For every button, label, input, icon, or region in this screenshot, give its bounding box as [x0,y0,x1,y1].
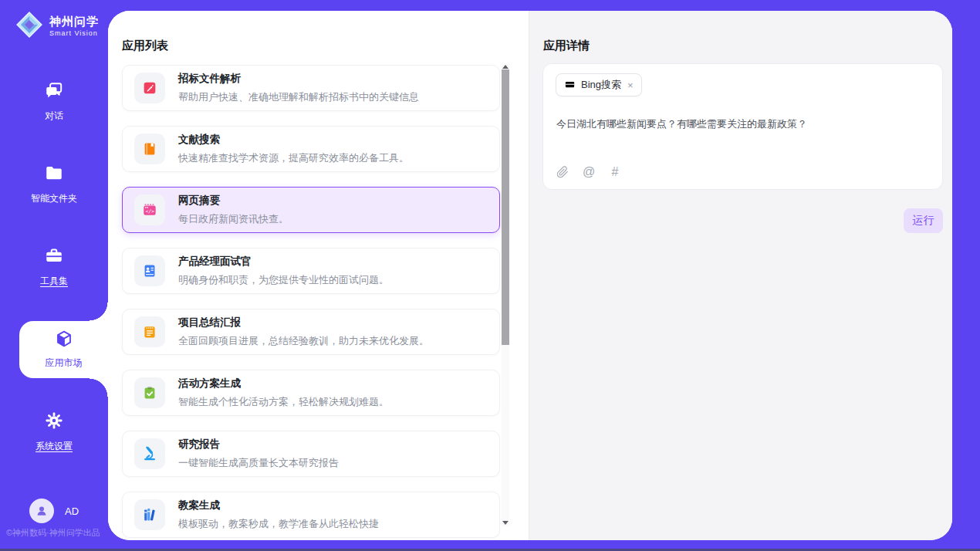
list-item[interactable]: 项目总结汇报 全面回顾项目进展，总结经验教训，助力未来优化发展。 [122,309,500,355]
sidebar-item-label: 应用市场 [46,357,83,370]
app-detail-title: 应用详情 [543,39,590,53]
gear-icon [44,411,64,433]
scrollbar[interactable] [502,63,509,526]
chat-icon [44,80,64,103]
app-list-title: 应用列表 [122,39,168,53]
copyright-text: ©神州数码·神州问学出品 [6,527,100,539]
app-card-list: 招标文件解析 帮助用户快速、准确地理解和解析招标书中的关键信息 文献搜索 快速精… [122,65,500,540]
list-item[interactable]: 教案生成 模板驱动，教案秒成，教学准备从此轻松快捷 [122,492,500,538]
app-desc: 智能生成个性化活动方案，轻松解决规划难题。 [178,395,389,409]
app-desc: 全面回顾项目进展，总结经验教训，助力未来优化发展。 [178,334,429,348]
folder-icon [44,163,64,185]
scrollbar-up-icon[interactable] [502,65,509,69]
at-icon[interactable]: @ [582,165,596,179]
microscope-icon [134,438,165,469]
list-item[interactable]: 文献搜索 快速精准查找学术资源，提高研究效率的必备工具。 [122,126,500,172]
briefcase-icon [564,78,576,93]
list-item[interactable]: 产品经理面试官 明确身份和职责，为您提供专业性的面试问题。 [122,248,500,294]
list-item[interactable]: 招标文件解析 帮助用户快速、准确地理解和解析招标书中的关键信息 [122,65,500,111]
sidebar-item-3[interactable]: 应用市场 [19,321,108,378]
run-button[interactable]: 运行 [904,208,943,233]
briefcase-icon [44,245,64,268]
books-icon [134,499,165,530]
user-initials: AD [65,505,79,517]
tool-tag[interactable]: Bing搜索 × [556,73,642,96]
scrollbar-down-icon[interactable] [502,521,509,525]
sidebar-item-0[interactable]: 对话 [44,80,64,123]
brand-name: 神州问学 [49,15,99,27]
brand-logo: 神州问学 Smart Vision [15,11,99,42]
sidebar-item-4[interactable]: 系统设置 [35,411,73,453]
diamond-logo-icon [15,11,43,42]
tool-tag-label: Bing搜索 [581,78,621,92]
sidebar-item-label: 工具集 [40,275,68,288]
app-desc: 一键智能生成高质量长文本研究报告 [178,456,339,470]
resume-icon [134,255,165,286]
paperclip-icon[interactable] [556,165,569,179]
brand-subtitle: Smart Vision [49,30,99,37]
app-title: 活动方案生成 [178,377,389,390]
app-title: 项目总结汇报 [178,316,429,330]
app-title: 招标文件解析 [178,72,419,86]
user-account[interactable]: AD [29,499,79,523]
app-title: 文献搜索 [178,133,409,147]
svg-text:</>: </> [145,208,154,215]
list-item[interactable]: 研究报告 一键智能生成高质量长文本研究报告 [122,431,500,477]
app-desc: 明确身份和职责，为您提供专业性的面试问题。 [178,273,389,287]
app-desc: 快速精准查找学术资源，提高研究效率的必备工具。 [178,151,409,165]
sidebar-item-2[interactable]: 工具集 [40,245,68,288]
sidebar-item-label: 系统设置 [35,440,73,453]
book-icon [134,134,165,164]
app-detail-panel: 应用详情 Bing搜索 × 今日湖北有哪些新闻要点？有哪些需要关注的最新政策？ … [529,11,952,540]
scrollbar-thumb[interactable] [502,69,509,345]
app-desc: 每日政府新闻资讯快查。 [178,212,289,226]
sidebar: 神州问学 Smart Vision 对话智能文件夹工具集应用市场系统设置 AD … [0,0,108,551]
avatar [29,499,54,523]
sidebar-nav: 对话智能文件夹工具集应用市场系统设置 [0,60,108,473]
app-list-panel: 应用列表 招标文件解析 帮助用户快速、准确地理解和解析招标书中的关键信息 文献搜… [108,11,529,540]
query-input[interactable]: 今日湖北有哪些新闻要点？有哪些需要关注的最新政策？ [556,117,930,132]
doc-edit-icon [134,73,165,103]
query-card: Bing搜索 × 今日湖北有哪些新闻要点？有哪些需要关注的最新政策？ @# [542,63,943,190]
app-title: 网页摘要 [178,194,289,208]
app-title: 教案生成 [178,499,379,512]
notepad-icon [134,316,165,347]
app-desc: 帮助用户快速、准确地理解和解析招标书中的关键信息 [178,90,419,104]
clipboard-check-icon [134,377,165,408]
sidebar-item-label: 对话 [45,110,63,123]
browser-code-icon: </> [134,194,165,225]
sidebar-item-label: 智能文件夹 [31,192,77,205]
app-desc: 模板驱动，教案秒成，教学准备从此轻松快捷 [178,517,379,531]
list-item[interactable]: </> 网页摘要 每日政府新闻资讯快查。 [122,187,500,233]
app-title: 研究报告 [178,438,339,451]
attachment-toolbar: @# [556,165,622,179]
cube-icon [54,329,74,351]
list-item[interactable]: 活动方案生成 智能生成个性化活动方案，轻松解决规划难题。 [122,370,500,416]
app-title: 产品经理面试官 [178,255,389,269]
close-icon[interactable]: × [627,79,634,91]
hash-icon[interactable]: # [608,165,622,179]
sidebar-item-1[interactable]: 智能文件夹 [31,163,77,205]
main-content: 应用列表 招标文件解析 帮助用户快速、准确地理解和解析招标书中的关键信息 文献搜… [108,11,952,540]
